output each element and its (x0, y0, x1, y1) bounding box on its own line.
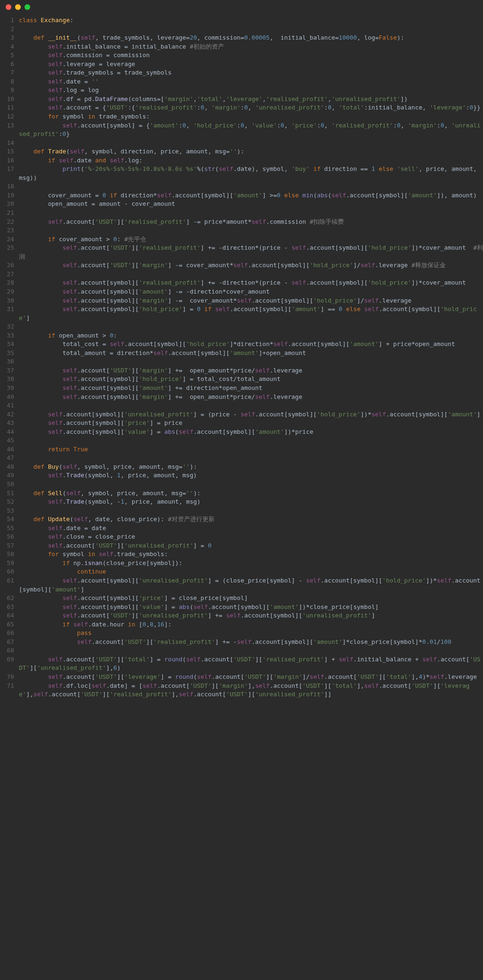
code-line[interactable]: 65 if self.date.hour in [0,8,16]: (0, 620, 483, 629)
code-line[interactable]: 63 self.account[symbol]['value'] = abs(s… (0, 603, 483, 612)
code-content[interactable]: self.account[symbol]['amount'] += direct… (19, 384, 483, 393)
code-line[interactable]: 66 pass (0, 629, 483, 638)
code-line[interactable]: 40 self.account[symbol]['margin'] += ope… (0, 393, 483, 402)
code-content[interactable]: self.account['USDT']['margin'] -= cover_… (19, 261, 483, 270)
code-line[interactable]: 61 self.account[symbol]['unrealised_prof… (0, 576, 483, 594)
code-line[interactable]: 58 for symbol in self.trade_symbols: (0, 550, 483, 559)
code-content[interactable]: def Trade(self, symbol, direction, price… (19, 147, 483, 156)
code-line[interactable]: 24 if cover_amount > 0: #先平仓 (0, 235, 483, 244)
code-line[interactable]: 23 (0, 226, 483, 235)
code-content[interactable]: def Sell(self, symbol, price, amount, ms… (19, 489, 483, 498)
maximize-icon[interactable] (25, 4, 30, 10)
code-content[interactable]: for symbol in trade_symbols: (19, 112, 483, 121)
code-content[interactable]: self.account['USDT']['total'] = round(se… (19, 655, 483, 673)
code-content[interactable]: self.commission = commission (19, 51, 483, 60)
close-icon[interactable] (6, 4, 11, 10)
code-content[interactable]: self.account[symbol]['margin'] += open_a… (19, 393, 483, 402)
code-content[interactable] (19, 209, 483, 218)
code-content[interactable]: self.date = date (19, 524, 483, 533)
code-line[interactable]: 22 self.account['USDT']['realised_profit… (0, 218, 483, 227)
code-content[interactable]: self.leverage = leverage (19, 60, 483, 69)
code-content[interactable] (19, 401, 483, 410)
code-line[interactable]: 3 def __init__(self, trade_symbols, leve… (0, 34, 483, 42)
code-content[interactable]: self.Trade(symbol, -1, price, amount, ms… (19, 498, 483, 507)
code-line[interactable]: 60 continue (0, 567, 483, 576)
code-line[interactable]: 12 for symbol in trade_symbols: (0, 112, 483, 121)
code-content[interactable]: if np.isnan(close_price[symbol]): (19, 559, 483, 568)
code-content[interactable]: if cover_amount > 0: #先平仓 (19, 235, 483, 244)
code-content[interactable]: self.account['USDT']['realised_profit'] … (19, 638, 483, 647)
code-content[interactable]: def __init__(self, trade_symbols, levera… (19, 34, 483, 42)
code-line[interactable]: 45 (0, 436, 483, 445)
code-content[interactable]: class Exchange: (19, 16, 483, 25)
code-editor[interactable]: 1class Exchange:23 def __init__(self, tr… (0, 14, 483, 709)
code-content[interactable]: self.account[symbol]['margin'] -= cover_… (19, 296, 483, 305)
code-line[interactable]: 35 total_amount = direction*self.account… (0, 349, 483, 358)
code-line[interactable]: 55 self.date = date (0, 524, 483, 533)
code-content[interactable]: def Buy(self, symbol, price, amount, msg… (19, 463, 483, 472)
code-content[interactable]: self.close = close_price (19, 532, 483, 541)
code-line[interactable]: 8 self.date = '' (0, 77, 483, 86)
code-content[interactable]: self.account[symbol]['amount'] -= -direc… (19, 287, 483, 296)
code-content[interactable]: self.account['USDT']['realised_profit'] … (19, 244, 483, 261)
code-line[interactable]: 50 (0, 480, 483, 489)
code-content[interactable] (19, 357, 483, 366)
code-line[interactable]: 2 (0, 25, 483, 34)
code-content[interactable]: self.account['USDT']['realised_profit'] … (19, 218, 483, 227)
code-content[interactable]: self.Trade(symbol, 1, price, amount, msg… (19, 471, 483, 480)
code-line[interactable]: 49 self.Trade(symbol, 1, price, amount, … (0, 471, 483, 480)
code-line[interactable]: 39 self.account[symbol]['amount'] += dir… (0, 384, 483, 393)
code-content[interactable]: total_cost = self.account[symbol]['hold_… (19, 340, 483, 349)
code-content[interactable]: print('%-20s%-5s%-5s%-10.8s%-8.6s %s'%(s… (19, 165, 483, 182)
code-line[interactable]: 42 self.account[symbol]['unrealised_prof… (0, 410, 483, 419)
code-content[interactable]: total_amount = direction*self.account[sy… (19, 349, 483, 358)
code-line[interactable]: 64 self.account['USDT']['unrealised_prof… (0, 611, 483, 620)
code-line[interactable]: 70 self.account['USDT']['leverage'] = ro… (0, 673, 483, 682)
code-line[interactable]: 21 (0, 209, 483, 218)
code-line[interactable]: 15 def Trade(self, symbol, direction, pr… (0, 147, 483, 156)
code-content[interactable]: cover_amount = 0 if direction*self.accou… (19, 191, 483, 200)
code-line[interactable]: 67 self.account['USDT']['realised_profit… (0, 638, 483, 647)
code-content[interactable]: self.account[symbol]['hold_price'] = tot… (19, 375, 483, 384)
code-line[interactable]: 31 self.account[symbol]['hold_price'] = … (0, 305, 483, 322)
code-line[interactable]: 56 self.close = close_price (0, 532, 483, 541)
code-content[interactable]: self.account[symbol]['price'] = close_pr… (19, 594, 483, 603)
code-content[interactable] (19, 322, 483, 331)
code-content[interactable]: self.account[symbol]['value'] = abs(self… (19, 428, 483, 437)
code-content[interactable] (19, 226, 483, 235)
code-line[interactable]: 59 if np.isnan(close_price[symbol]): (0, 559, 483, 568)
code-line[interactable]: 26 self.account['USDT']['margin'] -= cov… (0, 261, 483, 270)
code-content[interactable]: self.account['USDT']['unrealised_profit'… (19, 611, 483, 620)
code-content[interactable] (19, 270, 483, 279)
code-content[interactable]: if self.date and self.log: (19, 156, 483, 165)
code-content[interactable]: self.date = '' (19, 77, 483, 86)
code-line[interactable]: 1class Exchange: (0, 16, 483, 25)
code-line[interactable]: 48 def Buy(self, symbol, price, amount, … (0, 463, 483, 472)
code-content[interactable]: self.account[symbol]['unrealised_profit'… (19, 410, 483, 419)
code-line[interactable]: 28 self.account[symbol]['realised_profit… (0, 279, 483, 287)
code-line[interactable]: 14 (0, 139, 483, 148)
code-content[interactable]: if self.date.hour in [0,8,16]: (19, 620, 483, 629)
code-line[interactable]: 27 (0, 270, 483, 279)
minimize-icon[interactable] (15, 4, 21, 10)
code-content[interactable] (19, 454, 483, 463)
code-content[interactable] (19, 436, 483, 445)
code-line[interactable]: 57 self.account['USDT']['unrealised_prof… (0, 541, 483, 550)
code-content[interactable]: if open_amount > 0: (19, 331, 483, 340)
code-line[interactable]: 44 self.account[symbol]['value'] = abs(s… (0, 428, 483, 437)
code-content[interactable] (19, 507, 483, 515)
code-line[interactable]: 46 return True (0, 445, 483, 454)
code-content[interactable]: self.account[symbol]['price'] = price (19, 419, 483, 428)
code-line[interactable]: 62 self.account[symbol]['price'] = close… (0, 594, 483, 603)
code-line[interactable]: 18 (0, 182, 483, 191)
code-line[interactable]: 6 self.leverage = leverage (0, 60, 483, 69)
code-content[interactable]: self.account[symbol] = {'amount':0, 'hol… (19, 121, 483, 139)
code-line[interactable]: 5 self.commission = commission (0, 51, 483, 60)
code-content[interactable]: self.log = log (19, 86, 483, 95)
code-line[interactable]: 53 (0, 507, 483, 515)
code-content[interactable]: self.account['USDT']['leverage'] = round… (19, 673, 483, 682)
code-line[interactable]: 69 self.account['USDT']['total'] = round… (0, 655, 483, 673)
code-content[interactable] (19, 646, 483, 655)
code-line[interactable]: 41 (0, 401, 483, 410)
code-line[interactable]: 47 (0, 454, 483, 463)
